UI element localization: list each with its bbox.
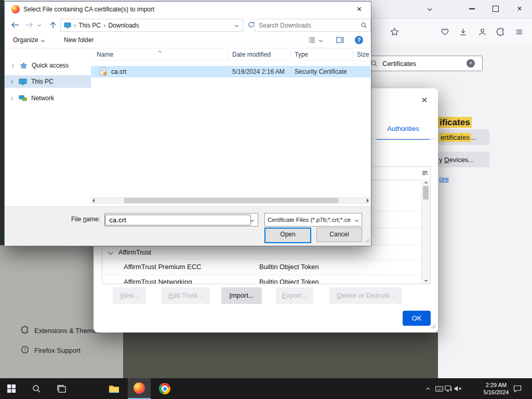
column-header-size[interactable]: Size (357, 49, 369, 60)
expand-chevron-icon[interactable] (10, 63, 14, 67)
filename-input[interactable] (105, 215, 251, 225)
tree-row-clipped[interactable]: AffirmTrust Networking Builtin Object To… (102, 275, 422, 284)
tree-scrollbar[interactable] (421, 180, 430, 284)
address-bar[interactable]: › This PC › Downloads (60, 19, 243, 32)
column-header-name[interactable]: Name (97, 49, 113, 60)
open-button[interactable]: Open (264, 228, 311, 243)
action-center-icon[interactable] (507, 378, 528, 399)
column-divider[interactable] (290, 50, 291, 59)
taskbar-search-button[interactable] (25, 378, 48, 399)
filename-combobox[interactable] (104, 213, 258, 227)
touch-keyboard-icon[interactable] (434, 378, 444, 399)
recent-locations-chevron-icon[interactable] (37, 23, 41, 26)
task-view-button[interactable] (50, 378, 73, 399)
search-box[interactable] (255, 19, 371, 32)
address-dropdown-chevron-icon[interactable] (235, 23, 238, 27)
learn-more-link-fragment[interactable]: ore (439, 175, 449, 183)
certificates-heading-fragment: ificates (438, 117, 472, 128)
column-picker-icon[interactable] (421, 169, 429, 178)
tray-show-hidden-icons-chevron[interactable] (420, 378, 435, 399)
window-close-button[interactable]: × (512, 0, 527, 18)
network-icon[interactable] (443, 378, 454, 399)
search-icon[interactable] (361, 22, 370, 29)
tree-row[interactable]: AffirmTrust Premium ECC Builtin Object T… (102, 259, 422, 275)
tab-authorities[interactable]: Authorities (377, 118, 430, 140)
window-minimize-button[interactable] (464, 0, 480, 18)
settings-content-dimmed (123, 332, 438, 378)
search-clear-icon[interactable]: × (467, 59, 475, 68)
scroll-right-icon[interactable] (367, 198, 369, 203)
settings-search-input[interactable] (381, 59, 467, 68)
view-dropdown-chevron-icon[interactable] (319, 38, 323, 42)
window-restore-button[interactable] (488, 0, 503, 18)
chrome-taskbar-button[interactable] (153, 378, 176, 399)
import-button[interactable]: Import... (221, 287, 262, 304)
scroll-down-icon[interactable] (424, 280, 428, 282)
column-header-type[interactable]: Type (295, 49, 308, 60)
expand-chevron-icon[interactable] (9, 79, 13, 83)
pocket-icon[interactable] (437, 24, 452, 39)
sidebar-item-network[interactable]: Network (5, 92, 91, 104)
filename-dropdown-chevron-icon[interactable] (250, 218, 254, 221)
dialog-close-icon[interactable]: × (418, 94, 431, 106)
scroll-left-icon[interactable] (92, 198, 95, 203)
help-icon[interactable]: ? (355, 36, 363, 44)
expand-chevron-icon[interactable] (9, 96, 13, 100)
sidebar-item-label: This PC (31, 78, 54, 85)
organize-button[interactable]: Organize (13, 32, 44, 48)
view-list-icon[interactable] (308, 32, 315, 48)
file-row-ca-crt[interactable]: ca.crt 5/16/2024 2:16 AM Security Certif… (91, 66, 370, 77)
security-devices-button-fragment[interactable]: y Devices... (438, 152, 489, 167)
breadcrumb-separator: › (101, 21, 108, 29)
edit-trust-button[interactable]: Edit Trust... (161, 287, 210, 304)
back-icon[interactable] (9, 19, 21, 31)
resize-grip-icon[interactable] (431, 323, 436, 330)
new-folder-button[interactable]: New folder (64, 32, 94, 48)
scroll-up-icon[interactable] (424, 181, 428, 183)
export-button[interactable]: Export... (276, 287, 313, 304)
dialog-close-icon[interactable]: × (348, 2, 371, 17)
bookmark-star-icon[interactable] (387, 24, 402, 39)
account-icon[interactable] (475, 24, 489, 39)
horizontal-scrollbar[interactable] (91, 197, 370, 204)
ok-button[interactable]: OK (403, 311, 431, 326)
resize-grip-icon[interactable] (365, 237, 370, 245)
cancel-button[interactable]: Cancel (316, 228, 362, 242)
view-button[interactable]: View... (113, 287, 146, 304)
sidebar-item-firefox-support[interactable]: ? Firefox Support (21, 343, 81, 357)
breadcrumb-this-pc[interactable]: This PC (78, 22, 101, 29)
desktop-edge-strip (0, 0, 4, 245)
file-explorer-button[interactable] (102, 378, 125, 399)
filetype-select[interactable]: Certificate Files (*.p7b;*.crt;*.ce (264, 213, 362, 227)
certificate-file-icon (100, 68, 107, 76)
column-divider[interactable] (228, 50, 229, 59)
organize-label: Organize (13, 36, 38, 44)
network-icon (19, 95, 27, 102)
delete-or-distrust-button[interactable]: Delete or Distrust... (329, 287, 402, 304)
settings-search-box[interactable]: × (366, 56, 483, 71)
scrollbar-thumb[interactable] (124, 198, 338, 203)
volume-muted-icon[interactable] (453, 378, 463, 399)
chevron-down-icon[interactable] (108, 249, 113, 255)
sidebar-item-extensions-themes[interactable]: Extensions & Themes (21, 323, 100, 338)
breadcrumb-downloads[interactable]: Downloads (108, 22, 139, 29)
column-divider[interactable] (353, 50, 353, 59)
tab-list-chevron-icon[interactable] (422, 2, 437, 17)
extensions-icon[interactable] (493, 24, 508, 39)
sidebar-item-quick-access[interactable]: Quick access (5, 59, 91, 72)
up-icon[interactable] (47, 19, 59, 31)
search-input[interactable] (255, 21, 361, 30)
scrollbar-thumb[interactable] (423, 186, 429, 200)
sidebar-item-this-pc[interactable]: This PC (5, 75, 91, 88)
forward-icon[interactable] (23, 19, 35, 31)
preview-pane-icon[interactable] (336, 32, 344, 48)
tree-group-row[interactable]: AffirmTrust (102, 245, 422, 259)
column-header-date-modified[interactable]: Date modified (232, 49, 271, 60)
view-certificates-button-fragment[interactable]: ertificates... (438, 129, 489, 145)
filetype-dropdown-chevron-icon[interactable] (355, 218, 358, 221)
dialog-footer: File name: Certificate Files (*.p7b;*.cr… (5, 206, 371, 246)
downloads-icon[interactable] (456, 24, 470, 39)
firefox-taskbar-button[interactable] (128, 378, 151, 399)
menu-icon[interactable] (512, 24, 526, 39)
start-button[interactable] (0, 378, 23, 399)
